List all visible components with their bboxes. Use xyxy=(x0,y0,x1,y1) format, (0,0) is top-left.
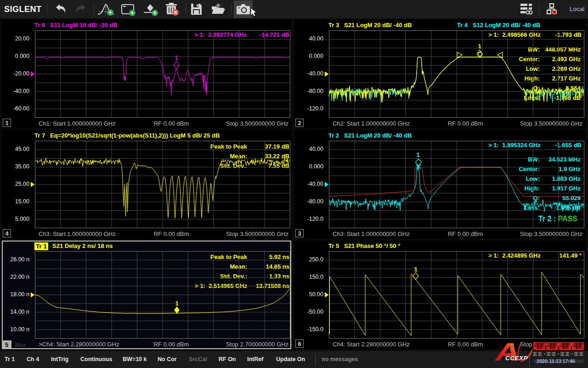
svg-text:A: A xyxy=(494,339,520,366)
svg-text:CCEXP: CCEXP xyxy=(505,355,528,362)
